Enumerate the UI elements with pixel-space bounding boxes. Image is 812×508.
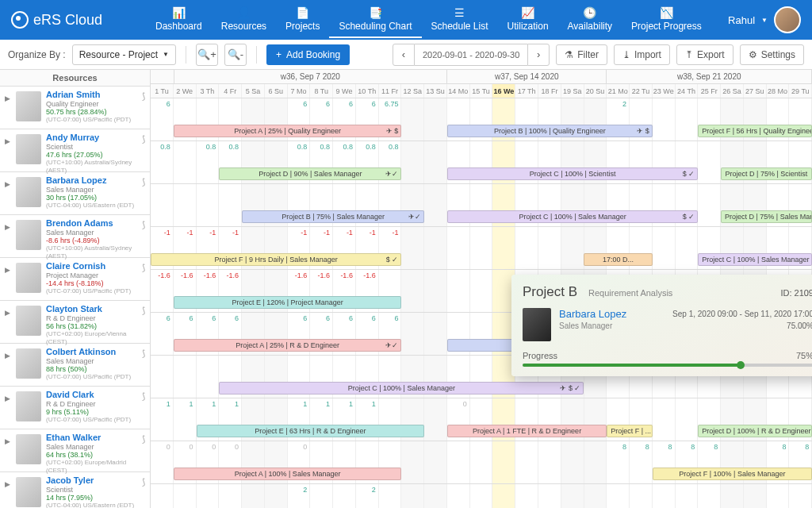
grid-cell[interactable] bbox=[767, 484, 790, 508]
brand[interactable]: eRS Cloud bbox=[11, 11, 146, 29]
grid-cell[interactable] bbox=[424, 270, 447, 312]
booking-bar[interactable]: Project F | 9 Hrs Daily | Sales Manager$… bbox=[151, 253, 401, 266]
nav-dashboard[interactable]: 📊Dashboard bbox=[146, 2, 212, 38]
rss-icon[interactable]: ⟆ bbox=[142, 391, 145, 402]
grid-cell[interactable] bbox=[310, 484, 333, 508]
nav-scheduling-chart[interactable]: 📑Scheduling Chart bbox=[329, 2, 421, 38]
expand-icon[interactable]: ▶ bbox=[5, 433, 11, 445]
grid-cell[interactable] bbox=[401, 227, 424, 269]
grid-cell[interactable] bbox=[515, 441, 538, 483]
grid-cell[interactable]: 6 bbox=[151, 313, 174, 355]
grid-cell[interactable] bbox=[698, 484, 721, 508]
grid-cell[interactable]: 2 bbox=[288, 484, 311, 508]
resource-item[interactable]: ▶Barbara LopezSales Manager30 hrs (17.05… bbox=[0, 172, 150, 215]
booking-bar[interactable]: Project F | 56 Hrs | Quality Engineer bbox=[698, 125, 812, 137]
booking-bar[interactable]: Project E | 63 Hrs | R & D Engineer bbox=[197, 425, 425, 437]
grid-cell[interactable]: 1 bbox=[174, 398, 197, 441]
grid-cell[interactable] bbox=[676, 398, 699, 441]
grid-cell[interactable] bbox=[174, 184, 197, 226]
grid-cell[interactable] bbox=[584, 441, 607, 483]
grid-cell[interactable] bbox=[653, 398, 676, 441]
expand-icon[interactable]: ▶ bbox=[5, 390, 11, 402]
grid-cell[interactable] bbox=[333, 484, 356, 508]
grid-cell[interactable] bbox=[676, 227, 699, 269]
expand-icon[interactable]: ▶ bbox=[5, 175, 11, 188]
grid-cell[interactable] bbox=[401, 313, 424, 355]
grid-cell[interactable] bbox=[676, 484, 699, 508]
rss-icon[interactable]: ⟆ bbox=[142, 348, 145, 359]
expand-icon[interactable]: ▶ bbox=[5, 133, 11, 145]
nav-utilization[interactable]: 📈Utilization bbox=[498, 2, 558, 38]
booking-bar[interactable]: Project F | ... bbox=[607, 425, 653, 437]
booking-bar[interactable]: Project D | 75% | Sales Manager bbox=[721, 210, 812, 223]
grid-cell[interactable] bbox=[492, 484, 515, 508]
grid-cell[interactable] bbox=[424, 398, 447, 441]
resource-item[interactable]: ▶David ClarkR & D Engineer9 hrs (5.11%)(… bbox=[0, 387, 150, 429]
grid-cell[interactable] bbox=[653, 484, 676, 508]
grid-cell[interactable]: -1.6 bbox=[151, 270, 174, 312]
booking-bar[interactable]: Project C | 100% | Sales Manager✈ $ ✓ bbox=[219, 382, 584, 394]
grid-cell[interactable] bbox=[401, 141, 424, 183]
booking-bar[interactable]: Project D | 75% | Scientist bbox=[721, 167, 812, 180]
resource-item[interactable]: ▶Clayton StarkR & D Engineer56 hrs (31.8… bbox=[0, 301, 150, 344]
grid-cell[interactable] bbox=[401, 484, 424, 508]
grid-cell[interactable] bbox=[470, 227, 493, 269]
grid-cell[interactable] bbox=[424, 441, 447, 483]
booking-bar[interactable]: Project A | 1 FTE | R & D Engineer bbox=[447, 425, 607, 437]
grid-cell[interactable] bbox=[174, 356, 197, 398]
filter-button[interactable]: ⚗Filter bbox=[556, 44, 607, 65]
grid-cell[interactable]: 8 bbox=[607, 441, 630, 483]
grid-cell[interactable] bbox=[470, 441, 493, 483]
grid-cell[interactable] bbox=[401, 270, 424, 312]
grid-cell[interactable] bbox=[470, 484, 493, 508]
grid-cell[interactable] bbox=[379, 484, 402, 508]
grid-cell[interactable] bbox=[424, 141, 447, 183]
import-button[interactable]: ⤓Import bbox=[614, 44, 670, 65]
grid-cell[interactable]: 0 bbox=[151, 441, 174, 483]
grid-cell[interactable] bbox=[561, 484, 584, 508]
export-button[interactable]: ⤒Export bbox=[676, 44, 733, 65]
grid-cell[interactable] bbox=[219, 184, 242, 226]
expand-icon[interactable]: ▶ bbox=[5, 347, 11, 360]
grid-cell[interactable] bbox=[197, 356, 220, 398]
grid-cell[interactable] bbox=[174, 141, 197, 183]
rss-icon[interactable]: ⟆ bbox=[142, 177, 145, 187]
resource-item[interactable]: ▶Andy MurrayScientist47.6 hrs (27.05%)(U… bbox=[0, 129, 150, 172]
grid-cell[interactable] bbox=[219, 484, 242, 508]
grid-cell[interactable] bbox=[698, 184, 721, 226]
grid-cell[interactable] bbox=[744, 484, 767, 508]
expand-icon[interactable]: ▶ bbox=[5, 90, 11, 102]
grid-cell[interactable] bbox=[151, 356, 174, 398]
grid-cell[interactable] bbox=[515, 227, 538, 269]
nav-projects[interactable]: 📄Projects bbox=[276, 2, 329, 38]
booking-bar[interactable]: Project B | 75% | Sales Manager✈✓ bbox=[242, 210, 424, 223]
booking-bar[interactable]: Project B | 100% | Quality Engineer✈ $ bbox=[447, 125, 653, 137]
grid-cell[interactable] bbox=[424, 227, 447, 269]
booking-bar[interactable]: Project D | 100% | R & D Engineer bbox=[698, 425, 812, 437]
grid-cell[interactable] bbox=[447, 270, 470, 312]
booking-bar[interactable]: Project A | 100% | Sales Manager bbox=[174, 468, 402, 480]
grid-cell[interactable] bbox=[424, 98, 447, 140]
grid-cell[interactable] bbox=[265, 484, 288, 508]
booking-bar[interactable]: Project F | 100% | Sales Manager bbox=[653, 468, 812, 480]
date-range[interactable]: 2020-09-01 - 2020-09-30 bbox=[415, 44, 527, 66]
grid-cell[interactable] bbox=[424, 484, 447, 508]
grid-cell[interactable] bbox=[561, 227, 584, 269]
resource-item[interactable]: ▶Claire CornishProject Manager-14.4 hrs … bbox=[0, 258, 150, 301]
rss-icon[interactable]: ⟆ bbox=[142, 477, 145, 487]
booking-bar[interactable]: Project A | 25% | R & D Engineer✈✓ bbox=[174, 339, 402, 352]
grid-cell[interactable] bbox=[401, 98, 424, 140]
grid-cell[interactable] bbox=[584, 484, 607, 508]
grid-cell[interactable] bbox=[721, 484, 744, 508]
grid-cell[interactable] bbox=[242, 484, 265, 508]
expand-icon[interactable]: ▶ bbox=[5, 261, 11, 274]
rss-icon[interactable]: ⟆ bbox=[142, 263, 145, 273]
booking-bar[interactable]: 17:00 D... bbox=[584, 253, 652, 266]
booking-bar[interactable]: Project A | 25% | Quality Engineer✈ $ bbox=[174, 125, 402, 137]
booking-bar[interactable]: Project E | 120% | Project Manager bbox=[174, 296, 402, 309]
grid-cell[interactable]: 0.8 bbox=[151, 141, 174, 183]
grid-cell[interactable] bbox=[447, 227, 470, 269]
organize-by-select[interactable]: Resource - Project ▼ bbox=[72, 44, 176, 65]
expand-icon[interactable]: ▶ bbox=[5, 218, 11, 231]
grid-cell[interactable]: 6 bbox=[151, 98, 174, 140]
